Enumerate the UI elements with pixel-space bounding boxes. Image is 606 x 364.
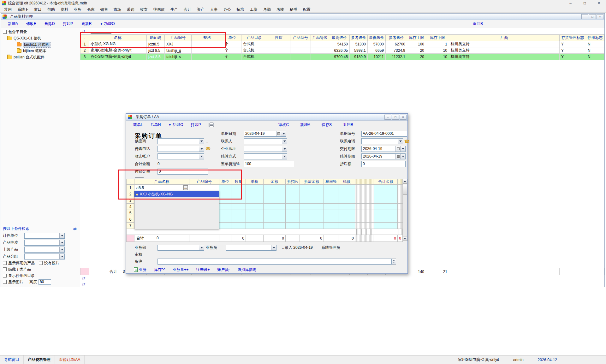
- cell[interactable]: [264, 223, 286, 229]
- cell[interactable]: [338, 223, 355, 229]
- cell[interactable]: [286, 185, 300, 191]
- maximize-button[interactable]: □: [392, 115, 399, 120]
- tree-item-selected[interactable]: taishi11 台式机: [3, 41, 80, 48]
- cell[interactable]: [324, 210, 338, 216]
- column-header-vendor[interactable]: 厂商: [449, 35, 560, 41]
- cell[interactable]: [246, 197, 264, 204]
- minimize-button[interactable]: –: [581, 14, 588, 19]
- menu-item[interactable]: 考核: [274, 6, 287, 13]
- cell[interactable]: [324, 204, 338, 210]
- cell[interactable]: [338, 216, 355, 223]
- chevron-down-icon[interactable]: [400, 154, 405, 159]
- menu-item[interactable]: 资产: [194, 6, 207, 13]
- column-header-min-sale[interactable]: 最低售价: [368, 35, 386, 41]
- dropdown-item-selected[interactable]: ◆ XXJ 小型机-XG-NG: [134, 191, 219, 197]
- cell[interactable]: [264, 210, 286, 216]
- cell[interactable]: [300, 223, 324, 229]
- cell[interactable]: [324, 197, 338, 204]
- hide-subclass-checkbox[interactable]: [3, 267, 7, 271]
- calendar-icon[interactable]: [395, 146, 400, 152]
- column-header-unit[interactable]: 单位: [219, 179, 231, 185]
- doc-no-input[interactable]: [361, 131, 407, 137]
- back-button[interactable]: 返回B: [343, 122, 353, 128]
- tree-item-root1[interactable]: QS-X01-01 整机: [3, 35, 80, 41]
- close-button[interactable]: ×: [592, 0, 606, 6]
- chevron-down-icon[interactable]: [199, 154, 204, 159]
- cell[interactable]: [219, 204, 231, 210]
- cell[interactable]: [300, 216, 324, 223]
- cell[interactable]: [286, 223, 300, 229]
- account-amount-link[interactable]: 账户额-: [217, 267, 230, 272]
- horizontal-scroll-row[interactable]: ⇄: [80, 281, 604, 287]
- cell[interactable]: [246, 216, 264, 223]
- menu-item[interactable]: 窗口: [31, 6, 45, 13]
- column-header-product-name[interactable]: 产品名称: [134, 179, 189, 185]
- cell[interactable]: [231, 197, 246, 204]
- table-row[interactable]: 2 家用G型电脑-金奥-onlyit jszt 8.5 taishiji_g 个…: [80, 47, 604, 54]
- column-header[interactable]: -: [127, 179, 134, 185]
- menu-item[interactable]: 往来款: [151, 6, 168, 13]
- column-header-model[interactable]: 产品型号: [290, 35, 311, 41]
- cell[interactable]: [264, 191, 286, 197]
- business-button[interactable]: 业务: [134, 267, 146, 272]
- save-button[interactable]: 保存S: [322, 122, 332, 128]
- cell[interactable]: [231, 216, 246, 223]
- cell[interactable]: [324, 216, 338, 223]
- column-header-stock-upper[interactable]: 库存上限: [407, 35, 426, 41]
- height-input[interactable]: [39, 279, 51, 285]
- minimize-button[interactable]: –: [384, 115, 391, 120]
- phone-icon[interactable]: ☎: [404, 139, 409, 144]
- show-disabled-catalog-checkbox[interactable]: [3, 274, 7, 277]
- account-select[interactable]: [157, 153, 204, 159]
- refresh-button[interactable]: 刷新R: [81, 21, 92, 27]
- prev-doc-button[interactable]: 前单L: [133, 122, 143, 128]
- customize-icon[interactable]: ⇄: [73, 226, 77, 231]
- nature-filter-select[interactable]: [24, 240, 65, 246]
- splitter[interactable]: [126, 176, 407, 179]
- cell[interactable]: [300, 185, 324, 191]
- column-header-grade[interactable]: 产品等级: [311, 35, 329, 41]
- cell[interactable]: [231, 223, 246, 229]
- column-header-after-discount[interactable]: 折后金额: [300, 179, 324, 185]
- cell[interactable]: [219, 216, 231, 223]
- chevron-down-icon[interactable]: [199, 139, 204, 144]
- tree-item-child2[interactable]: bijiben 笔记本: [3, 48, 80, 54]
- menu-item[interactable]: 工资: [247, 6, 260, 13]
- menu-item[interactable]: 招培: [234, 6, 247, 13]
- edit-button[interactable]: 修改E: [26, 21, 36, 27]
- table-row[interactable]: 1 小型机-XG-NG jczt8.5 XXJ 个 台式机 54150 5130…: [80, 41, 604, 47]
- cell[interactable]: [374, 223, 398, 229]
- cell[interactable]: [231, 191, 246, 197]
- column-header-tax[interactable]: 税额: [338, 179, 355, 185]
- menu-item[interactable]: 业务: [71, 6, 84, 13]
- column-header-ref-sale[interactable]: 参考售价: [386, 35, 407, 41]
- column-header-tax-rate[interactable]: 税率%: [324, 179, 338, 185]
- close-button[interactable]: ×: [400, 115, 407, 120]
- cell[interactable]: [286, 204, 300, 210]
- chevron-down-icon[interactable]: [398, 139, 403, 144]
- cell[interactable]: [338, 197, 355, 204]
- cell[interactable]: [300, 197, 324, 204]
- cell[interactable]: [219, 191, 231, 197]
- chevron-down-icon[interactable]: [282, 154, 287, 159]
- menu-item[interactable]: 收支: [137, 6, 151, 13]
- menu-item[interactable]: 采购: [124, 6, 137, 13]
- column-header-name[interactable]: 名称: [89, 35, 147, 41]
- print-button[interactable]: 打印P: [63, 21, 73, 27]
- show-image-checkbox[interactable]: [3, 280, 7, 284]
- phone-icon[interactable]: ☎: [205, 146, 211, 151]
- column-header-amount[interactable]: 金额: [264, 179, 286, 185]
- accounts-link[interactable]: 往来账+: [196, 267, 210, 272]
- printer-icon[interactable]: [209, 123, 214, 127]
- cell[interactable]: [324, 191, 338, 197]
- tab-product-management[interactable]: 产品资料管理: [24, 355, 55, 364]
- stock-link[interactable]: 库存^^: [154, 267, 165, 272]
- cell[interactable]: [374, 185, 398, 191]
- menu-item[interactable]: 配置: [300, 6, 313, 13]
- quick-filter-input[interactable]: [91, 29, 111, 34]
- customize-icon[interactable]: ⇄: [82, 282, 86, 287]
- calendar-icon[interactable]: [276, 131, 281, 136]
- delete-button[interactable]: 删除D: [45, 21, 55, 27]
- column-header-code[interactable]: 产品编号: [165, 35, 192, 41]
- note-input[interactable]: [157, 259, 392, 265]
